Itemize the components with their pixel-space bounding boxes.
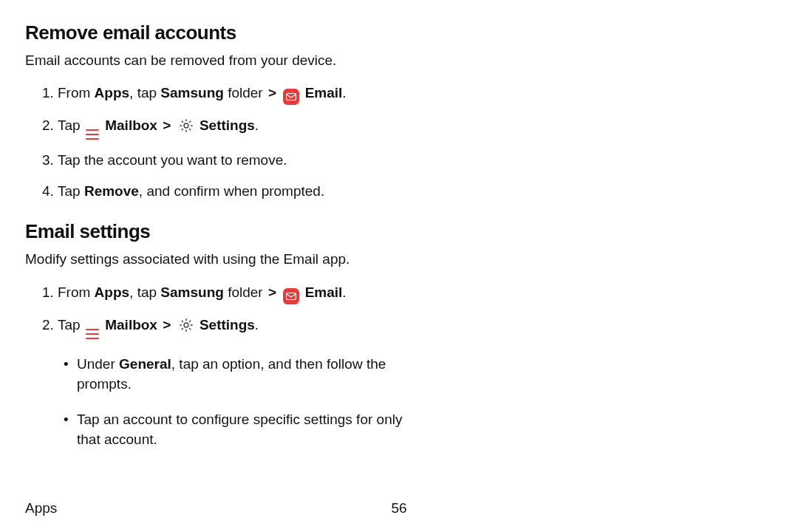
section-heading: Remove email accounts bbox=[25, 19, 773, 47]
step-item: Tap the account you want to remove. bbox=[58, 145, 773, 176]
svg-point-3 bbox=[184, 323, 188, 327]
section-heading: Email settings bbox=[25, 218, 773, 246]
section-intro: Modify settings associated with using th… bbox=[25, 249, 773, 270]
settings-gear-icon bbox=[178, 117, 194, 134]
bold-text: Mailbox bbox=[105, 117, 157, 133]
bold-text: Samsung bbox=[160, 284, 224, 300]
sub-list: Under General, tap an option, and then f… bbox=[58, 344, 427, 454]
step-list: From Apps, tap Samsung folder > Email.Ta… bbox=[25, 277, 773, 460]
sub-item: Under General, tap an option, and then f… bbox=[77, 344, 427, 399]
bold-text: Apps bbox=[95, 284, 130, 300]
chevron-right-icon: > bbox=[161, 317, 172, 332]
step-item: Tap Mailbox > Settings. bbox=[58, 110, 773, 145]
bold-text: Remove bbox=[84, 183, 139, 199]
step-item: From Apps, tap Samsung folder > Email. bbox=[58, 277, 773, 310]
svg-rect-2 bbox=[287, 293, 296, 299]
chevron-right-icon: > bbox=[267, 85, 278, 100]
bold-text: Samsung bbox=[160, 85, 224, 100]
bold-text: Settings bbox=[200, 317, 255, 332]
bold-text: Email bbox=[305, 85, 343, 100]
email-icon bbox=[283, 89, 299, 105]
section-intro: Email accounts can be removed from your … bbox=[25, 50, 773, 71]
sub-item: Tap an account to configure specific set… bbox=[77, 399, 427, 454]
bold-text: Apps bbox=[95, 85, 130, 100]
svg-rect-0 bbox=[287, 94, 296, 100]
footer-page: 56 bbox=[391, 498, 406, 519]
step-item: From Apps, tap Samsung folder > Email. bbox=[58, 78, 773, 110]
mailbox-icon bbox=[86, 329, 99, 339]
mailbox-icon bbox=[86, 129, 99, 140]
step-item: Tap Mailbox > Settings.Under General, ta… bbox=[58, 310, 773, 460]
chevron-right-icon: > bbox=[161, 117, 172, 133]
footer: Apps 56 bbox=[25, 498, 773, 519]
step-list: From Apps, tap Samsung folder > Email.Ta… bbox=[25, 78, 773, 206]
bold-text: General bbox=[119, 356, 171, 372]
bold-text: Settings bbox=[200, 117, 255, 133]
step-item: Tap Remove, and confirm when prompted. bbox=[58, 176, 773, 207]
bold-text: Email bbox=[305, 284, 343, 300]
settings-gear-icon bbox=[178, 317, 194, 333]
footer-section: Apps bbox=[25, 498, 57, 519]
email-icon bbox=[283, 288, 299, 304]
chevron-right-icon: > bbox=[267, 284, 278, 300]
bold-text: Mailbox bbox=[105, 317, 157, 332]
svg-point-1 bbox=[184, 123, 188, 128]
